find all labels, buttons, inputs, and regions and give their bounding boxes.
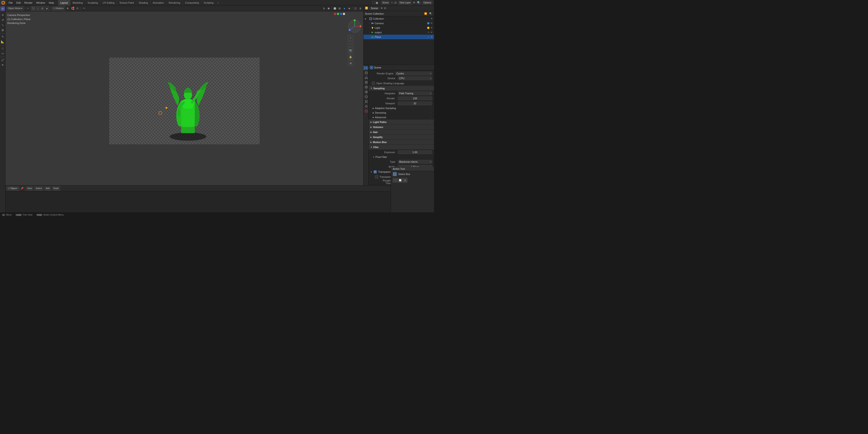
tool-pen[interactable]: ✒ bbox=[0, 63, 5, 67]
adaptive-sampling-section[interactable]: ▶ Adaptive Sampling ⋮ bbox=[369, 106, 434, 111]
top-icon-2[interactable]: ▣ bbox=[376, 1, 378, 4]
vp-render-shade[interactable]: ● bbox=[342, 6, 347, 11]
advanced-pin[interactable]: ⋮ bbox=[430, 116, 432, 118]
viewport-icon-cursor[interactable]: ⊹ bbox=[26, 6, 30, 11]
scene-selector[interactable]: Scene bbox=[381, 0, 390, 5]
proportional-edit[interactable]: ⊙ bbox=[75, 6, 80, 11]
viewport-icon-wire[interactable]: □ bbox=[36, 6, 40, 11]
vp-select-icon[interactable]: 🖱 bbox=[321, 6, 326, 11]
simplify-section[interactable]: ▶ Simplify bbox=[369, 135, 434, 140]
denoising-pin[interactable]: ⋮ bbox=[430, 112, 432, 114]
viewport-canvas[interactable]: Camera Perspective (1) Collection | Plan… bbox=[5, 11, 363, 185]
props-tab-scene[interactable] bbox=[364, 80, 368, 85]
tglass-checkbox[interactable] bbox=[375, 175, 378, 178]
tab-layout[interactable]: Layout bbox=[58, 0, 70, 5]
props-tab-particles[interactable] bbox=[364, 99, 368, 104]
path-icon[interactable]: 〜 bbox=[82, 6, 86, 11]
tab-shading[interactable]: Shading bbox=[136, 0, 150, 5]
tool-move[interactable]: ✛ bbox=[0, 13, 5, 17]
nav-gizmo[interactable]: X Y Z bbox=[348, 20, 362, 33]
outliner-eye-collection[interactable]: 👁 bbox=[431, 18, 433, 20]
props-tab-output[interactable] bbox=[364, 70, 368, 75]
options-btn[interactable]: Options bbox=[422, 0, 433, 5]
outliner-item-light[interactable]: └ Light 👁 bbox=[364, 26, 434, 30]
vp-xray[interactable]: ◫ bbox=[353, 6, 358, 11]
outliner-search-btn[interactable]: 🔍 bbox=[429, 12, 433, 16]
menu-file[interactable]: File bbox=[7, 0, 14, 5]
menu-window[interactable]: Window bbox=[34, 0, 47, 5]
tab-texture-paint[interactable]: Texture Paint bbox=[117, 0, 136, 5]
outliner-icon2[interactable]: ⊟ bbox=[384, 7, 386, 9]
viewport-icon-solid[interactable]: ⬛ bbox=[31, 6, 36, 11]
bottom-pin-icon[interactable]: 📌 bbox=[21, 187, 24, 190]
frame-all-btn[interactable]: ⊞ bbox=[348, 60, 353, 66]
light-paths-section[interactable]: ▶ Light Paths ⋮ bbox=[369, 120, 434, 124]
sampling-section[interactable]: ▼ Sampling ⋮ bbox=[369, 86, 434, 91]
tab-animation[interactable]: Animation bbox=[150, 0, 166, 5]
viewport-value[interactable]: 32 bbox=[398, 102, 432, 105]
props-tab-physics[interactable] bbox=[364, 104, 368, 109]
transparent-checkbox[interactable]: ✓ bbox=[374, 170, 377, 173]
tool-add-cube[interactable]: □ bbox=[0, 46, 5, 51]
render-value[interactable]: 128 bbox=[398, 96, 432, 100]
outliner-eye-plane[interactable]: 👁 bbox=[431, 36, 433, 38]
top-icon-1[interactable]: ⛶ bbox=[372, 1, 375, 4]
bottom-view-menu[interactable]: View bbox=[26, 186, 33, 191]
hair-section[interactable]: ▶ Hair bbox=[369, 129, 434, 135]
props-tab-render[interactable] bbox=[364, 66, 368, 70]
vp-rendered-shade[interactable]: ◈ bbox=[347, 6, 351, 11]
viewport-icon-mat[interactable]: ◎ bbox=[40, 6, 45, 11]
exposure-value[interactable]: 1.00 bbox=[398, 150, 432, 154]
outliner-icon1[interactable]: ⚙ bbox=[381, 7, 383, 9]
bottom-add-menu[interactable]: Add bbox=[44, 186, 51, 191]
outliner-eye-camera[interactable]: 👁 bbox=[431, 22, 433, 24]
denoising-section[interactable]: ▶ Denoising ⋮ bbox=[369, 111, 434, 115]
tab-rendering[interactable]: Rendering bbox=[166, 0, 183, 5]
integrator-dropdown[interactable]: Path Tracing ▾ bbox=[398, 91, 432, 95]
snap-icon[interactable]: 🧲 bbox=[70, 6, 75, 11]
viewport-icon-render[interactable]: ● bbox=[45, 6, 49, 11]
outliner-item-plane[interactable]: └ Plane ▷ 👁 bbox=[364, 35, 434, 39]
tab-compositing[interactable]: Compositing bbox=[183, 0, 202, 5]
scene-close[interactable]: ✕ bbox=[391, 1, 393, 4]
sampling-pin[interactable]: ⋮ bbox=[430, 87, 432, 89]
tool-draw[interactable]: 🖊 bbox=[0, 58, 5, 62]
tool-cursor[interactable]: ⊹ bbox=[0, 6, 5, 11]
vp-pause[interactable]: ⏸ bbox=[358, 6, 363, 11]
props-tab-view[interactable] bbox=[364, 75, 368, 80]
zoom-out-btn[interactable]: − bbox=[348, 41, 353, 47]
tool-add-plane[interactable]: ▭ bbox=[0, 51, 5, 56]
props-tab-world[interactable] bbox=[364, 85, 368, 89]
volumes-section[interactable]: ▶ Volumes bbox=[369, 124, 434, 129]
render-engine-dropdown[interactable]: Cycles ▾ bbox=[395, 71, 432, 75]
outliner-item-output[interactable]: └ output ⚙ 👁 bbox=[364, 30, 434, 35]
type-dropdown[interactable]: Blackman-Harris ▾ bbox=[398, 160, 432, 164]
outliner-filter-btn[interactable]: 🔽 bbox=[424, 12, 428, 16]
device-dropdown[interactable]: CPU ▾ bbox=[398, 77, 432, 80]
vp-overlay-icon[interactable]: ◉ bbox=[327, 6, 331, 11]
vp-material-shade[interactable]: ◍ bbox=[337, 6, 342, 11]
tab-sculpting[interactable]: Sculpting bbox=[85, 0, 100, 5]
osl-checkbox[interactable] bbox=[372, 82, 375, 85]
camera-view-btn[interactable]: 📷 bbox=[348, 48, 353, 53]
lp-pin[interactable]: ⋮ bbox=[430, 121, 432, 123]
outliner-eye-light[interactable]: 👁 bbox=[431, 27, 433, 29]
tool-annotate[interactable]: ✎ bbox=[0, 34, 5, 39]
bottom-editor-type[interactable]: ⬡ Object ▾ bbox=[6, 186, 20, 191]
zoom-in-btn[interactable]: + bbox=[348, 35, 353, 40]
scene-topbar-label[interactable]: Scene bbox=[370, 7, 379, 10]
tab-modeling[interactable]: Modeling bbox=[70, 0, 86, 5]
motion-blur-section[interactable]: ▶ Motion Blur bbox=[369, 140, 434, 145]
tab-uv-editing[interactable]: UV Editing bbox=[100, 0, 117, 5]
object-mode-dropdown[interactable]: Object Mode ▾ bbox=[6, 6, 24, 11]
menu-edit[interactable]: Edit bbox=[14, 0, 23, 5]
outliner-item-camera[interactable]: └ Camera 👁 bbox=[364, 21, 434, 26]
pixel-filter-section[interactable]: ▼ Pixel Filter bbox=[369, 155, 434, 159]
props-tab-modifier[interactable] bbox=[364, 94, 368, 99]
advanced-section[interactable]: ▶ Advanced ⋮ bbox=[369, 115, 434, 120]
tool-transform[interactable]: ⊞ bbox=[0, 28, 5, 32]
transform-global[interactable]: ⬡ Global ▾ bbox=[52, 6, 65, 11]
tool-rotate[interactable]: ↺ bbox=[0, 18, 5, 22]
top-icon-render[interactable]: 🎥 bbox=[394, 1, 397, 4]
menu-render[interactable]: Render bbox=[23, 0, 34, 5]
